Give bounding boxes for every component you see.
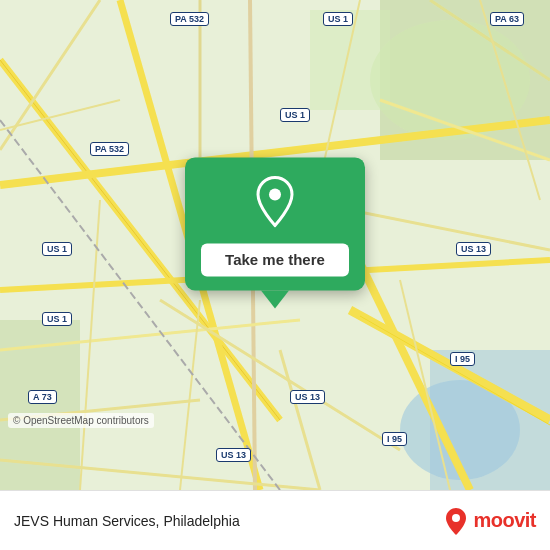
road-badge-us13-bottom: US 13 bbox=[290, 390, 325, 404]
moovit-text: moovit bbox=[473, 509, 536, 532]
road-badge-us1-left: US 1 bbox=[42, 242, 72, 256]
road-badge-us1-mid: US 1 bbox=[280, 108, 310, 122]
osm-attribution: © OpenStreetMap contributors bbox=[8, 413, 154, 428]
svg-point-34 bbox=[452, 514, 460, 522]
road-badge-pa532-top: PA 532 bbox=[170, 12, 209, 26]
take-me-there-button[interactable]: Take me there bbox=[201, 243, 349, 276]
road-badge-a73-left: A 73 bbox=[28, 390, 57, 404]
road-badge-us13-right: US 13 bbox=[456, 242, 491, 256]
popup-overlay: Take me there bbox=[185, 157, 365, 308]
moovit-logo: moovit bbox=[443, 507, 536, 535]
popup-card: Take me there bbox=[185, 157, 365, 290]
location-label: JEVS Human Services, Philadelphia bbox=[14, 513, 240, 529]
road-badge-pa63-top: PA 63 bbox=[490, 12, 524, 26]
road-badge-us1-top: US 1 bbox=[323, 12, 353, 26]
road-badge-pa532-mid: PA 532 bbox=[90, 142, 129, 156]
road-badge-us1-left2: US 1 bbox=[42, 312, 72, 326]
svg-point-33 bbox=[269, 188, 281, 200]
map-container: PA 532 US 1 PA 63 PA 532 US 1 US 1 US 1 … bbox=[0, 0, 550, 490]
popup-tail bbox=[261, 290, 289, 308]
location-pin-icon bbox=[253, 175, 297, 231]
road-badge-i95-right: I 95 bbox=[450, 352, 475, 366]
bottom-bar: JEVS Human Services, Philadelphia moovit bbox=[0, 490, 550, 550]
road-badge-us13-btm2: US 13 bbox=[216, 448, 251, 462]
road-badge-i95-btm2: I 95 bbox=[382, 432, 407, 446]
